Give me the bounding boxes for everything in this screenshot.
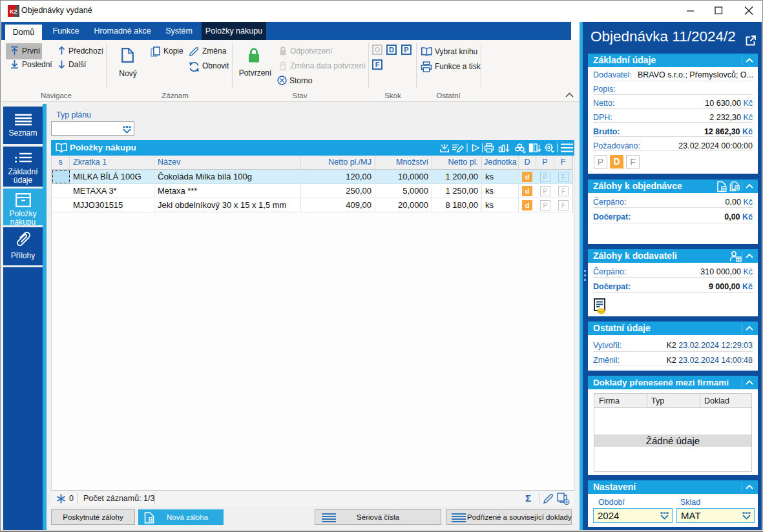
svg-text:K2: K2 bbox=[10, 8, 17, 15]
